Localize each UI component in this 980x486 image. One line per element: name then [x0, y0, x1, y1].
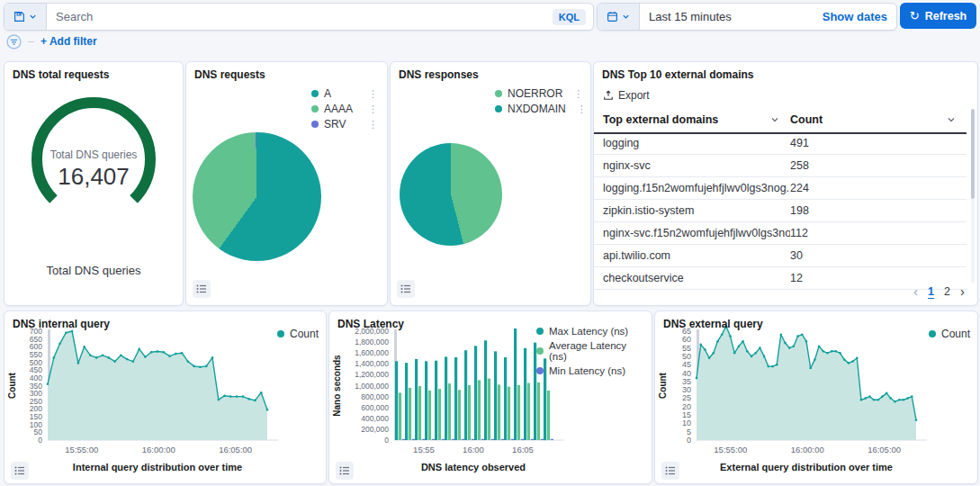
- count-cell: 12: [790, 272, 967, 284]
- legend-label: Min Latency (ns): [549, 365, 625, 376]
- svg-text:400: 400: [30, 374, 42, 382]
- pagination-page-1[interactable]: 1: [928, 285, 934, 298]
- legend-menu-icon[interactable]: ⋮: [363, 88, 378, 100]
- legend-menu-icon[interactable]: ⋮: [571, 104, 587, 115]
- legend-item[interactable]: A⋮: [311, 87, 378, 100]
- time-picker: Last 15 minutes Show dates: [597, 3, 897, 31]
- svg-text:25: 25: [682, 393, 691, 402]
- inspect-button[interactable]: [193, 280, 211, 298]
- column-header-domains[interactable]: Top external domains: [603, 113, 718, 126]
- panel-title: DNS Latency: [337, 318, 404, 330]
- legend-item[interactable]: Count: [277, 328, 319, 340]
- panel-title: DNS external query: [663, 318, 763, 330]
- pagination-next-icon[interactable]: ›: [960, 284, 965, 299]
- export-button[interactable]: Export: [603, 89, 650, 102]
- save-icon: [13, 11, 25, 22]
- inspect-button[interactable]: [661, 462, 679, 480]
- domain-cell: zipkin.istio-system: [594, 204, 790, 217]
- svg-text:150: 150: [30, 412, 42, 421]
- legend-menu-icon[interactable]: ⋮: [363, 119, 378, 130]
- svg-text:15: 15: [682, 410, 691, 419]
- svg-text:30: 30: [682, 385, 691, 394]
- svg-text:0: 0: [384, 436, 389, 445]
- table-pagination: ‹12›: [913, 284, 965, 299]
- kql-button[interactable]: KQL: [553, 9, 586, 25]
- legend-dot-icon: [311, 90, 319, 97]
- table-row: checkoutservice12: [594, 267, 967, 290]
- svg-text:100: 100: [30, 420, 42, 429]
- svg-text:1,600,000: 1,600,000: [355, 348, 389, 357]
- pagination-prev-icon[interactable]: ‹: [913, 284, 918, 299]
- panel-dns-internal-query: DNS internal query 050100150200250300350…: [4, 310, 327, 484]
- svg-text:550: 550: [30, 350, 42, 359]
- legend-item[interactable]: Min Latency (ns): [536, 365, 646, 376]
- count-cell: 30: [790, 249, 967, 262]
- legend-item[interactable]: Count: [929, 328, 970, 340]
- legend-item[interactable]: Average Latency (ns): [536, 340, 646, 362]
- svg-text:650: 650: [30, 335, 42, 344]
- dns-responses-pie-chart[interactable]: [400, 143, 502, 246]
- calendar-menu-button[interactable]: [598, 4, 640, 30]
- svg-text:External query distribution ov: External query distribution over time: [720, 462, 893, 472]
- pagination-page-2[interactable]: 2: [944, 285, 950, 298]
- count-cell: 224: [790, 182, 967, 194]
- legend-label: AAAA: [324, 103, 353, 115]
- svg-text:15:55:00: 15:55:00: [65, 445, 98, 454]
- time-range-value[interactable]: Last 15 minutes: [640, 10, 732, 23]
- svg-text:300: 300: [30, 389, 42, 398]
- svg-text:40: 40: [682, 369, 691, 378]
- legend-dot-icon: [277, 330, 284, 338]
- refresh-button[interactable]: ↻ Refresh: [900, 3, 976, 29]
- inspect-button[interactable]: [397, 280, 415, 298]
- svg-text:16:00:00: 16:00:00: [791, 445, 824, 454]
- sort-chevron-icon[interactable]: [947, 115, 956, 124]
- sort-chevron-icon[interactable]: [770, 115, 779, 124]
- panel-title: DNS requests: [194, 68, 265, 81]
- count-cell: 198: [790, 204, 967, 217]
- svg-text:400,000: 400,000: [361, 414, 389, 423]
- panel-dns-external-query: DNS external query 051015202530354045505…: [654, 310, 978, 484]
- legend: A⋮AAAA⋮SRV⋮: [311, 87, 378, 130]
- inspect-button[interactable]: [336, 462, 354, 480]
- saved-query-menu-button[interactable]: [4, 4, 47, 30]
- svg-text:800,000: 800,000: [361, 392, 389, 401]
- column-header-count[interactable]: Count: [790, 113, 823, 126]
- legend-menu-icon[interactable]: ⋮: [363, 104, 378, 115]
- svg-text:Internal query distribution ov: Internal query distribution over time: [73, 462, 242, 472]
- gauge-bottom-label: Total DNS queries: [4, 264, 183, 277]
- search-input[interactable]: [47, 10, 553, 23]
- svg-text:1,800,000: 1,800,000: [355, 338, 389, 346]
- count-cell: 112: [790, 227, 967, 239]
- svg-text:450: 450: [30, 365, 42, 374]
- legend-item[interactable]: SRV⋮: [311, 118, 378, 130]
- filter-separator: [28, 41, 34, 42]
- svg-text:10: 10: [682, 418, 691, 428]
- list-icon: [400, 284, 411, 294]
- table-row: api.twilio.com30: [594, 245, 967, 267]
- legend: Count: [277, 328, 319, 340]
- legend: NOERROR⋮NXDOMAIN⋮: [495, 87, 581, 115]
- panel-dns-latency: DNS Latency 0200,000400,000600,000800,00…: [328, 310, 652, 484]
- table-scrollbar[interactable]: [971, 109, 975, 199]
- dns-requests-pie-chart[interactable]: [193, 132, 321, 261]
- legend-menu-icon[interactable]: ⋮: [568, 88, 583, 100]
- filter-bar: + Add filter: [6, 33, 97, 50]
- legend-item[interactable]: NOERROR⋮: [495, 87, 581, 100]
- domain-cell: logging: [594, 137, 790, 149]
- panel-title: DNS total requests: [13, 68, 109, 81]
- inspect-button[interactable]: [11, 462, 29, 480]
- svg-text:16:05: 16:05: [512, 445, 534, 454]
- legend-item[interactable]: AAAA⋮: [311, 103, 378, 115]
- svg-text:200: 200: [30, 404, 42, 413]
- svg-text:45: 45: [682, 360, 691, 369]
- show-dates-link[interactable]: Show dates: [823, 10, 887, 23]
- legend-item[interactable]: Max Latency (ns): [536, 326, 646, 337]
- svg-text:60: 60: [682, 335, 691, 344]
- table-header: Top external domains Count: [594, 107, 967, 134]
- legend-label: SRV: [324, 118, 346, 130]
- legend-label: A: [324, 87, 331, 100]
- legend-item[interactable]: NXDOMAIN⋮: [495, 103, 581, 115]
- domain-cell: nginx-svc.f15n2womfujehfjlwv0lgs3no...: [594, 227, 790, 239]
- add-filter-button[interactable]: + Add filter: [40, 35, 97, 48]
- filter-icon[interactable]: [6, 34, 22, 50]
